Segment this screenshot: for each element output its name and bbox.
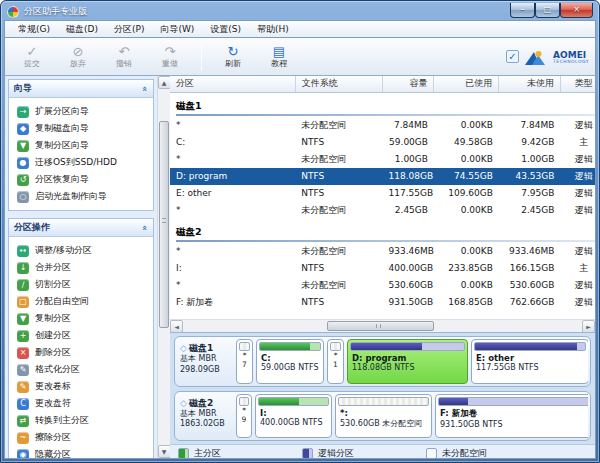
block-subtitle: 7 [237,361,252,369]
table-horizontal-scrollbar[interactable]: ◄ ► [170,319,595,332]
block-d[interactable]: D: program 118.08GB NTFS [347,339,468,384]
block-subtitle: 1 [328,361,343,369]
partition-row[interactable]: I: NTFS 400.00GB 233.85GB 166.15GB 主 无 [170,260,595,277]
copy-partition-wizard[interactable]: ▼ 复制分区向导 [11,137,151,154]
scroll-left-icon[interactable]: ◄ [170,320,183,333]
collapse-chevron-icon[interactable]: « [140,225,150,231]
sidebar-item-label: 启动光盘制作向导 [35,190,107,203]
wizards-panel-body: → 扩展分区向导 ◆ 复制磁盘向导 ▼ 复制分区向导 ● 迁移OS到SSD/HD… [9,98,153,210]
block-i[interactable]: I: 400.00GB NTFS [255,394,332,439]
block-unalloc-530gb[interactable]: *: 530.60GB 未分配空间 [335,394,432,439]
sidebar-scroll-thumb[interactable] [159,121,169,327]
partition-table: 分区 文件系统 容量 已使用 未使用 类型 状态 磁盘1 [170,76,595,311]
maximize-button[interactable]: □ [535,3,560,18]
content-area: 分区 文件系统 容量 已使用 未使用 类型 状态 磁盘1 [170,76,595,458]
sidebar-item-label: 转换到主分区 [35,414,89,427]
cell-unused: 7.84MB [499,117,561,134]
partition-row[interactable]: F: 新加卷 NTFS 931.50GB 168.85GB 762.66GB 逻… [170,294,595,311]
undo-button[interactable]: ↶ 撤销 [101,44,147,69]
discard-button[interactable]: ⊘ 放弃 [55,44,101,69]
scroll-down-icon[interactable]: ▼ [158,445,171,458]
extend-partition-wizard[interactable]: → 扩展分区向导 [11,103,151,120]
refresh-button[interactable]: ↻ 刷新 [210,44,256,69]
menu-disk[interactable]: 磁盘(D) [58,21,106,38]
copy-disk-wizard[interactable]: ◆ 复制磁盘向导 [11,120,151,137]
scroll-up-icon[interactable]: ▲ [158,76,171,89]
allocate-free-space[interactable]: □ 分配自由空间 [11,293,151,310]
toolbar-button-icon: ▤ [273,44,285,59]
wizards-panel-title: 向导 [14,82,32,95]
block-subtitle: 931.50GB NTFS [440,420,588,429]
collapse-chevron-icon[interactable]: « [140,86,150,92]
block-title: F: 新加卷 [440,408,588,420]
partition-row[interactable]: * 未分配空间 1.00GB 0.00KB 1.00GB 逻辑 无 [170,151,595,168]
minimize-button[interactable]: – [510,3,535,18]
partition-row[interactable]: D: program NTFS 118.08GB 74.55GB 43.53GB… [170,168,595,185]
copy-partition[interactable]: ▼ 复制分区 [11,310,151,327]
partition-row[interactable]: C: NTFS 59.00GB 49.58GB 9.42GB 主 系统 [170,134,595,151]
toolbar: ✓ 提交 ⊘ 放弃 ↶ 撤销 ↷ 重做 ↻ 刷新 ▤ 教程 ✓ [4,37,596,76]
disk1-label[interactable]: ◇ 磁盘1 基本 MBR 298.09GB [177,339,233,384]
cell-type: 逻辑 [560,151,595,168]
menu-wizard[interactable]: 向导(W) [152,21,202,38]
sidebar-item-icon: C [17,398,29,410]
redo-button[interactable]: ↷ 重做 [147,44,193,69]
change-drive-letter[interactable]: C 更改盘符 [11,395,151,412]
menu-help[interactable]: 帮助(H) [249,21,297,38]
block-e[interactable]: E: other 117.55GB NTFS [471,339,588,384]
sidebar-item-icon: ✎ [17,381,29,393]
block-unalloc-933mb[interactable]: * 9 [236,394,252,439]
hide-partition[interactable]: ◉ 隐藏分区 [11,446,151,458]
disk2-rows: * 未分配空间 933.46MB 0.00KB 933.46MB 逻辑 无 I:… [170,243,595,311]
delete-partition[interactable]: × 删除分区 [11,344,151,361]
usage-strip [239,342,250,351]
menu-general[interactable]: 常规(G) [10,21,58,38]
partition-recovery-wizard[interactable]: ↺ 分区恢复向导 [11,171,151,188]
merge-partitions[interactable]: ↓ 合并分区 [11,259,151,276]
convert-to-primary[interactable]: ⇄ 转换到主分区 [11,412,151,429]
hscroll-track[interactable] [183,320,582,333]
toolbar-button-icon: ↻ [228,44,239,59]
col-type: 类型 [560,76,595,92]
block-f[interactable]: F: 新加卷 931.50GB NTFS [435,394,588,439]
format-partition[interactable]: ✎ 格式化分区 [11,361,151,378]
hscroll-thumb[interactable] [327,321,435,331]
partition-row[interactable]: * 未分配空间 7.84MB 0.00KB 7.84MB 逻辑 无 [170,117,595,134]
split-partition[interactable]: ∕ 切割分区 [11,276,151,293]
sidebar-item-icon: ○ [17,191,29,203]
cell-capacity: 59.00GB [383,134,434,151]
resize-move-partition[interactable]: ↔ 调整/移动分区 [11,242,151,259]
menu-partition[interactable]: 分区(P) [106,21,152,38]
sidebar-scroll-track[interactable] [158,89,171,445]
cell-used: 0.00KB [434,277,499,294]
disk1-group-header: 磁盘1 [170,92,595,117]
block-c[interactable]: C: 59.00GB NTFS [256,339,324,384]
disk2-group-name: 磁盘2 [176,226,595,239]
create-partition[interactable]: + 创建分区 [11,327,151,344]
partition-row[interactable]: * 未分配空间 2.45GB 0.00KB 2.45GB 逻辑 无 [170,202,595,219]
block-unalloc-7mb[interactable]: * 7 [236,339,253,384]
bootable-cd-wizard[interactable]: ○ 启动光盘制作向导 [11,188,151,205]
migrate-os-to-ssd-hdd[interactable]: ● 迁移OS到SSD/HDD [11,154,151,171]
usage-strip [474,342,586,351]
change-label[interactable]: ✎ 更改卷标 [11,378,151,395]
submit-button[interactable]: ✓ 提交 [9,44,55,69]
tutorial-button[interactable]: ▤ 教程 [256,44,302,69]
disk2-label[interactable]: ◇ 磁盘2 基本 MBR 1863.02GB [177,394,233,439]
menu-settings[interactable]: 设置(S) [202,21,249,38]
sidebar-scrollbar[interactable]: ▲ ▼ [157,76,170,458]
partition-row[interactable]: * 未分配空间 933.46MB 0.00KB 933.46MB 逻辑 无 [170,243,595,260]
legend-swatch [302,448,313,459]
cell-capacity: 933.46MB [383,243,434,260]
checkbox-icon[interactable]: ✓ [506,50,519,63]
block-unalloc-1gb[interactable]: * 1 [327,339,344,384]
close-button[interactable]: × [560,3,593,18]
scroll-right-icon[interactable]: ► [582,320,595,333]
sidebar-item-icon: ● [17,157,29,169]
partition-row[interactable]: E: other NTFS 117.55GB 109.60GB 7.95GB 逻… [170,185,595,202]
cell-capacity: 400.00GB [383,260,434,277]
disk1-rows: * 未分配空间 7.84MB 0.00KB 7.84MB 逻辑 无 C: NTF… [170,117,595,219]
partition-row[interactable]: * 未分配空间 530.60GB 0.00KB 530.60GB 逻辑 无 [170,277,595,294]
toolbar-button-icon: ↷ [165,44,176,59]
wipe-partition[interactable]: ~ 擦除分区 [11,429,151,446]
